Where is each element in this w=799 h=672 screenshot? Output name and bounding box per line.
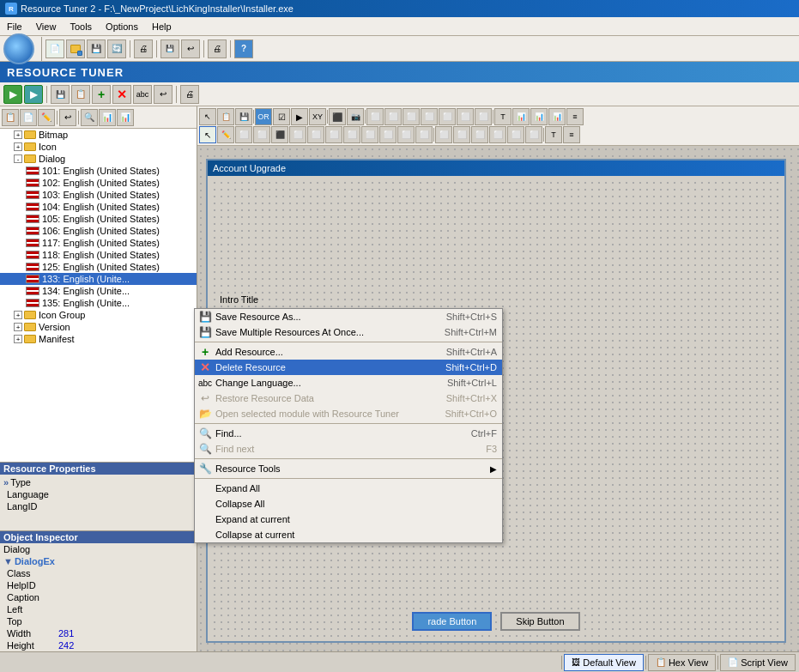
ctx-add-resource[interactable]: + Add Resource... Shift+Ctrl+A <box>195 344 502 360</box>
rt-tb2-16[interactable]: ⬜ <box>471 126 488 143</box>
tree-item-d133[interactable]: 133: English (Unite... <box>0 273 197 285</box>
menu-item-file[interactable]: File <box>0 20 29 33</box>
rt-tb2-1[interactable]: ↖ <box>199 126 216 143</box>
rt-tb2-18[interactable]: ⬜ <box>507 126 524 143</box>
tree-tb-4[interactable]: ↩ <box>59 109 76 126</box>
tree-item-d117[interactable]: 117: English (United States) <box>0 237 197 249</box>
rt-tb1-1[interactable]: ↖ <box>199 108 216 125</box>
rt-tb2-20[interactable]: T <box>545 126 562 143</box>
ctx-resource-tools[interactable]: 🔧 Resource Tools ▶ <box>195 461 502 476</box>
tb2-abc-btn[interactable]: abc <box>133 85 152 104</box>
menu-item-help[interactable]: Help <box>145 20 179 33</box>
rt-tb1-12[interactable]: ⬜ <box>403 108 420 125</box>
ctx-find[interactable]: 🔍 Find... Ctrl+F <box>195 426 502 441</box>
expand-icongroup[interactable]: + <box>14 311 22 319</box>
ctx-save-as[interactable]: 💾 Save Resource As... Shift+Ctrl+S <box>195 309 502 324</box>
rt-tb2-8[interactable]: ⬜ <box>325 126 342 143</box>
tree-item-d135[interactable]: 135: English (Unite... <box>0 297 197 309</box>
tree-item-icongroup[interactable]: + Icon Group <box>0 309 197 321</box>
ctx-change-lang[interactable]: abc Change Language... Shift+Ctrl+L <box>195 375 502 390</box>
tree-item-d125[interactable]: 125: English (United States) <box>0 261 197 273</box>
tree-tb-3[interactable]: ✏️ <box>38 109 55 126</box>
tree-tb-2[interactable]: 📄 <box>20 109 37 126</box>
rt-tb1-13[interactable]: ⬜ <box>421 108 438 125</box>
tree-item-d103[interactable]: 103: English (United States) <box>0 189 197 201</box>
menu-item-options[interactable]: Options <box>99 20 145 33</box>
tree-item-bitmap[interactable]: + Bitmap <box>0 129 197 141</box>
tree-item-d102[interactable]: 102: English (United States) <box>0 177 197 189</box>
default-view-btn[interactable]: 🖼 Default View <box>564 654 644 671</box>
ctx-collapse-all[interactable]: Collapse All <box>195 496 502 512</box>
rt-tb1-5[interactable]: ☑ <box>273 108 290 125</box>
tb2-undo-btn[interactable]: ↩ <box>154 85 173 104</box>
tree-item-dialog[interactable]: - Dialog <box>0 153 197 165</box>
tree-item-d134[interactable]: 134: English (Unite... <box>0 285 197 297</box>
expand-dialog[interactable]: - <box>14 154 22 163</box>
rt-tb1-4[interactable]: OR <box>255 108 272 125</box>
menu-item-tools[interactable]: Tools <box>63 20 99 33</box>
rt-tb1-20[interactable]: 📊 <box>548 108 566 125</box>
tree-tb-5[interactable]: 🔍 <box>81 109 98 126</box>
rt-tb2-12[interactable]: ⬜ <box>397 126 415 143</box>
tb-print-btn[interactable]: 🖨 <box>134 39 153 58</box>
script-view-btn[interactable]: 📄 Script View <box>720 654 796 671</box>
tb-open-btn[interactable] <box>66 39 85 58</box>
rt-tb2-6[interactable]: ⬜ <box>289 126 306 143</box>
rt-tb2-7[interactable]: ⬜ <box>307 126 324 143</box>
tb2-print-btn[interactable]: 🖨 <box>180 85 199 104</box>
dialog-upgrade-btn[interactable]: rade Button <box>412 612 492 631</box>
rt-tb1-10[interactable]: ⬜ <box>366 108 384 125</box>
tb-new-btn[interactable]: 📄 <box>45 39 64 58</box>
rt-tb2-14[interactable]: ⬜ <box>435 126 452 143</box>
ctx-expand-current[interactable]: Expand at current <box>195 512 502 527</box>
tb-undo-btn[interactable]: ↩ <box>181 39 200 58</box>
rt-tb1-9[interactable]: 📷 <box>347 108 364 125</box>
rt-tb1-21[interactable]: ≡ <box>566 108 584 125</box>
obj-expand[interactable]: ▼ <box>3 556 13 566</box>
rt-tb2-10[interactable]: ⬜ <box>361 126 378 143</box>
rt-tb1-8[interactable]: ⬛ <box>329 108 346 125</box>
ctx-delete-resource[interactable]: ✕ Delete Resource Shift+Ctrl+D <box>195 360 502 375</box>
expand-bitmap[interactable]: + <box>14 130 22 139</box>
tree-item-manifest[interactable]: + Manifest <box>0 333 197 345</box>
rt-tb1-18[interactable]: 📊 <box>512 108 530 125</box>
tree-item-icon[interactable]: + Icon <box>0 141 197 153</box>
tb2-del-btn[interactable]: ✕ <box>112 85 131 104</box>
rt-tb1-2[interactable]: 📋 <box>217 108 234 125</box>
tb2-copy-btn[interactable]: 📋 <box>71 85 90 104</box>
tb2-btn2[interactable]: ▶ <box>24 85 43 104</box>
tb-save2-btn[interactable]: 💾 <box>160 39 179 58</box>
rt-tb2-9[interactable]: ⬜ <box>343 126 360 143</box>
rt-tb2-19[interactable]: ⬜ <box>525 126 542 143</box>
rt-tb1-3[interactable]: 💾 <box>235 108 252 125</box>
rt-tb1-14[interactable]: ⬜ <box>439 108 456 125</box>
rt-tb2-13[interactable]: ⬜ <box>415 126 433 143</box>
rt-tb1-15[interactable]: ⬜ <box>457 108 474 125</box>
expand-version[interactable]: + <box>14 323 22 331</box>
tree-area[interactable]: + Bitmap + Icon - Dialog <box>0 129 197 462</box>
tree-item-d118[interactable]: 118: English (United States) <box>0 249 197 261</box>
tree-item-d105[interactable]: 105: English (United States) <box>0 213 197 225</box>
tree-item-d106[interactable]: 106: English (United States) <box>0 225 197 237</box>
rt-tb1-6[interactable]: ▶ <box>291 108 308 125</box>
rt-tb2-15[interactable]: ⬜ <box>453 126 470 143</box>
rt-tb2-11[interactable]: ⬜ <box>379 126 396 143</box>
tree-tb-7[interactable]: 📊 <box>117 109 134 126</box>
ctx-collapse-current[interactable]: Collapse at current <box>195 527 502 542</box>
rt-tb2-21[interactable]: ≡ <box>563 126 580 143</box>
rt-tb2-5[interactable]: ⬛ <box>271 126 288 143</box>
rt-tb2-4[interactable]: ⬜ <box>253 126 270 143</box>
tree-item-d101[interactable]: 101: English (United States) <box>0 165 197 177</box>
tree-tb-6[interactable]: 📊 <box>99 109 116 126</box>
rt-tb1-17[interactable]: T <box>494 108 511 125</box>
menu-item-view[interactable]: View <box>29 20 64 33</box>
tb2-btn1[interactable]: ▶ <box>3 85 22 104</box>
rt-tb1-7[interactable]: XY <box>309 108 326 125</box>
dialog-skip-btn[interactable]: Skip Button <box>500 612 579 631</box>
tb2-add-btn[interactable]: + <box>92 85 111 104</box>
rt-tb1-11[interactable]: ⬜ <box>384 108 402 125</box>
tb-refresh-btn[interactable]: 🔄 <box>107 39 126 58</box>
rt-tb1-16[interactable]: ⬜ <box>475 108 492 125</box>
ctx-save-multi[interactable]: 💾 Save Multiple Resources At Once... Shi… <box>195 324 502 340</box>
tb-print2-btn[interactable]: 🖨 <box>208 39 227 58</box>
